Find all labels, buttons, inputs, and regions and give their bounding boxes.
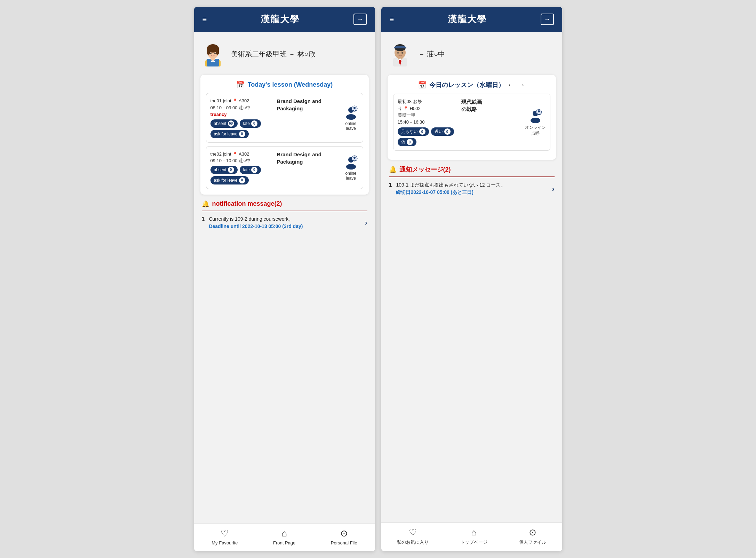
right-notif-text: 109-1 まだ採点も提出もされていない 12 コース。 締切日2022-10-… <box>396 181 548 196</box>
left-header: ≡ 漢龍大學 → <box>194 7 375 32</box>
right-notif-chevron[interactable]: › <box>552 185 555 193</box>
left-lesson-1-course: Brand Design and Packaging <box>277 97 341 138</box>
svg-point-25 <box>401 52 403 54</box>
right-calendar-icon: 📅 <box>418 81 427 89</box>
left-avatar <box>200 41 225 66</box>
right-lesson-1-course: 現代絵画の戦略 <box>461 98 523 146</box>
right-header-title: 漢龍大學 <box>448 13 487 25</box>
svg-point-18 <box>353 157 356 159</box>
absent-badge-1[interactable]: absent 68 <box>210 119 238 128</box>
ask-leave-badge-1[interactable]: ask for leave 0 <box>210 130 249 138</box>
bell-icon-left: 🔔 <box>202 200 209 208</box>
left-lesson-card: 📅 Today's lesson (Wednesday) the01 joint… <box>200 75 369 195</box>
left-hamburger-icon[interactable]: ≡ <box>202 15 207 24</box>
right-nav-favourite-label: 私のお気に入り <box>397 539 429 545</box>
right-notification-item-1: 1 109-1 まだ採点も提出もされていない 12 コース。 締切日2022-1… <box>389 181 555 196</box>
online-leave-icon-2 <box>343 154 359 170</box>
left-nav-favourite[interactable]: ♡ My Favourite <box>212 528 238 545</box>
left-lesson-2-id: the02 joint 📍 A302 <box>210 151 275 158</box>
left-notification-section: 🔔 notification message(2) 1 Currently is… <box>200 200 369 230</box>
right-nav-right[interactable]: → <box>518 80 525 89</box>
right-lesson-item-1: 最初08 お祭り 📍 H502 美研一甲 15:40－16:30 足らない 0 … <box>393 94 550 151</box>
svg-point-14 <box>353 107 356 109</box>
favourite-icon-right: ♡ <box>409 527 417 538</box>
right-notification-section: 🔔 通知メッセージ(2) 1 109-1 まだ採点も提出もされていない 12 コ… <box>388 165 556 196</box>
left-nav-personal[interactable]: ⊙ Personal File <box>331 528 357 545</box>
right-notif-link[interactable]: 締切日2022-10-07 05:00 (あと三日) <box>396 189 474 195</box>
person-icon-left: ⊙ <box>340 528 348 539</box>
svg-rect-28 <box>394 47 406 48</box>
left-header-title: 漢龍大學 <box>261 13 300 25</box>
left-lesson-1-badges: absent 68 late 0 ask for leave 0 <box>210 119 275 138</box>
right-nav-left[interactable]: ← <box>507 80 515 89</box>
left-lesson-1-meta: the01 joint 📍 A302 08:10－09:00 莊○中 truan… <box>210 97 275 138</box>
right-nav-personal[interactable]: ⊙ 個人ファイル <box>519 527 546 545</box>
left-lesson-item-2: the02 joint 📍 A302 09:10－10:00 莊○中 absen… <box>206 146 363 189</box>
left-lesson-1-right[interactable]: onlineleave <box>343 97 359 138</box>
left-notif-link[interactable]: Deadline until 2022-10-13 05:00 (3rd day… <box>209 223 303 229</box>
right-header-arrow-btn[interactable]: → <box>541 14 554 25</box>
left-notif-chevron[interactable]: › <box>365 219 367 227</box>
right-notification-title: 🔔 通知メッセージ(2) <box>389 165 555 174</box>
right-lesson-1-online-label: オンライン点呼 <box>525 125 546 136</box>
svg-point-10 <box>214 53 216 54</box>
left-lesson-1-id: the01 joint 📍 A302 <box>210 97 275 104</box>
svg-point-16 <box>346 164 356 170</box>
right-hamburger-icon[interactable]: ≡ <box>390 15 394 24</box>
svg-point-24 <box>397 52 399 54</box>
left-nav-favourite-label: My Favourite <box>212 540 238 545</box>
svg-rect-7 <box>207 48 210 55</box>
right-bottom-nav: ♡ 私のお気に入り ⌂ トップページ ⊙ 個人ファイル <box>381 522 562 551</box>
left-profile-name: 美術系二年級甲班 － 林○欣 <box>231 49 316 59</box>
left-notification-item-1: 1 Currently is 109-2 during coursework。 … <box>202 215 367 230</box>
bell-icon-right: 🔔 <box>389 166 397 173</box>
right-profile-name: － 莊○中 <box>418 49 445 59</box>
left-lesson-1-time: 08:10－09:00 莊○中 <box>210 104 275 111</box>
right-notif-num: 1 <box>389 182 392 188</box>
svg-point-30 <box>531 118 540 123</box>
right-profile-section: － 莊○中 <box>388 39 556 69</box>
left-header-arrow-btn[interactable]: → <box>353 14 367 25</box>
right-tarinai-badge[interactable]: 足らない 0 <box>398 127 429 136</box>
ask-leave-badge-2[interactable]: ask for leave 0 <box>210 176 249 184</box>
right-nav-frontpage[interactable]: ⌂ トップページ <box>460 527 487 545</box>
late-badge-2[interactable]: late 0 <box>240 166 261 174</box>
right-nav-personal-label: 個人ファイル <box>519 539 546 545</box>
late-badge-1[interactable]: late 0 <box>240 119 261 128</box>
right-lesson-1-time: 15:40－16:30 <box>398 119 459 126</box>
left-lesson-2-course: Brand Design and Packaging <box>277 151 341 184</box>
right-lesson-card: 📅 今日のレッスン（水曜日） ← → 最初08 お祭り 📍 H502 美研一甲 … <box>388 75 556 160</box>
left-lesson-item-1: the01 joint 📍 A302 08:10－09:00 莊○中 truan… <box>206 93 363 143</box>
home-icon-left: ⌂ <box>281 528 287 539</box>
left-notif-text: Currently is 109-2 during coursework。 De… <box>209 215 360 230</box>
right-osoi-badge[interactable]: 遅い 0 <box>431 127 454 136</box>
person-icon-right: ⊙ <box>529 527 536 538</box>
left-nav-frontpage[interactable]: ⌂ Front Page <box>273 528 295 545</box>
right-nav-favourite[interactable]: ♡ 私のお気に入り <box>397 527 429 545</box>
right-notification-divider <box>389 176 555 177</box>
left-lesson-2-online-label: onlineleave <box>345 171 356 181</box>
left-notif-num: 1 <box>202 216 205 222</box>
favourite-icon-left: ♡ <box>221 528 229 539</box>
right-lesson-1-meta: 最初08 お祭り 📍 H502 美研一甲 15:40－16:30 足らない 0 … <box>398 98 459 146</box>
left-lesson-1-online-label: onlineleave <box>345 121 356 131</box>
online-leave-icon-jp-1 <box>528 108 543 123</box>
right-avatar <box>388 41 413 66</box>
right-nise-badge[interactable]: 偽 0 <box>398 138 416 146</box>
right-header: ≡ 漢龍大學 → <box>381 7 562 32</box>
left-lesson-2-right[interactable]: onlineleave <box>343 151 359 184</box>
right-lesson-1-right[interactable]: オンライン点呼 <box>525 98 546 146</box>
absent-badge-2[interactable]: absent 0 <box>210 166 238 174</box>
home-icon-right: ⌂ <box>471 527 477 538</box>
svg-point-9 <box>210 53 212 54</box>
left-nav-personal-label: Personal File <box>331 540 357 545</box>
left-profile-section: 美術系二年級甲班 － 林○欣 <box>200 39 369 69</box>
right-lesson-1-badges: 足らない 0 遅い 0 偽 0 <box>398 127 459 146</box>
left-notification-divider <box>202 211 367 211</box>
left-lesson-1-truancy: truancy <box>210 111 275 118</box>
svg-rect-8 <box>216 48 219 55</box>
left-nav-frontpage-label: Front Page <box>273 540 295 545</box>
left-calendar-icon: 📅 <box>236 80 245 89</box>
left-notification-title: 🔔 notification message(2) <box>202 200 367 208</box>
right-nav-frontpage-label: トップページ <box>460 539 487 545</box>
